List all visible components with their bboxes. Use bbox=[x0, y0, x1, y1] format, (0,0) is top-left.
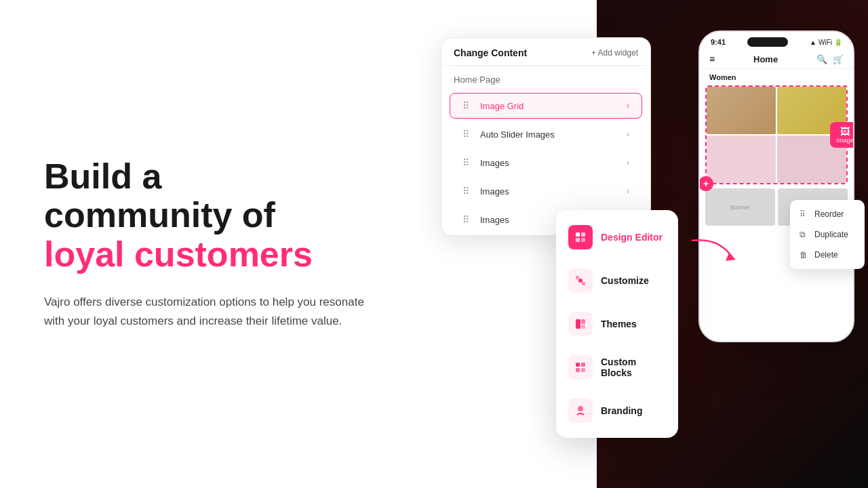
phone-status-bar: 9:41 ▲WiFi🔋 bbox=[700, 32, 853, 49]
cms-item-label: Auto Slider Images bbox=[480, 129, 555, 140]
svg-rect-6 bbox=[582, 282, 585, 285]
cms-item-images-2[interactable]: ⠿ Images › bbox=[450, 178, 642, 204]
grid-icon: ⠿ bbox=[462, 186, 473, 197]
svg-point-14 bbox=[578, 406, 583, 411]
svg-rect-3 bbox=[581, 238, 585, 242]
cms-item-auto-slider[interactable]: ⠿ Auto Slider Images › bbox=[450, 121, 642, 147]
context-item-duplicate-label: Duplicate bbox=[814, 230, 848, 239]
cms-item-label: Images bbox=[480, 158, 509, 168]
phone-nav-title: Home bbox=[753, 54, 778, 64]
left-section: Build a community of loyal customers Vaj… bbox=[0, 0, 420, 488]
curved-arrow bbox=[685, 234, 739, 274]
context-item-reorder[interactable]: ⠿ Reorder bbox=[790, 204, 865, 224]
branding-icon bbox=[574, 404, 587, 418]
cms-item-left: ⠿ Image Grid bbox=[462, 100, 524, 111]
svg-rect-8 bbox=[581, 319, 585, 324]
chevron-right-icon: › bbox=[627, 129, 629, 139]
phone-status-icons: ▲WiFi🔋 bbox=[810, 39, 842, 46]
menu-item-custom-blocks[interactable]: Custom Blocks bbox=[556, 346, 678, 389]
cms-item-left: ⠿ Images bbox=[462, 157, 509, 168]
themes-icon bbox=[574, 317, 587, 331]
chevron-right-icon: › bbox=[627, 158, 629, 167]
cms-header: Change Content + Add widget bbox=[441, 38, 650, 66]
svg-rect-13 bbox=[581, 368, 585, 372]
cms-panel: Change Content + Add widget Home Page ⠿ … bbox=[441, 37, 651, 236]
right-section: Change Content + Add widget Home Page ⠿ … bbox=[420, 0, 868, 488]
duplicate-icon: ⧉ bbox=[800, 230, 809, 239]
delete-icon: 🗑 bbox=[800, 250, 809, 260]
menu-item-branding[interactable]: Branding bbox=[556, 389, 678, 432]
phone-frame: 9:41 ▲WiFi🔋 ≡ Home 🔍 🛒 Women + 🖼 bbox=[698, 30, 854, 342]
menu-icon: ≡ bbox=[709, 54, 715, 64]
chevron-right-icon: › bbox=[627, 101, 629, 110]
phone-plus-icon: + bbox=[698, 176, 713, 191]
menu-item-design-editor[interactable]: Design Editor bbox=[556, 216, 678, 259]
grid-icon: ⠿ bbox=[462, 129, 473, 140]
image-button-label: Image bbox=[836, 137, 853, 144]
design-editor-icon bbox=[574, 230, 587, 244]
svg-rect-0 bbox=[576, 232, 580, 237]
svg-point-4 bbox=[578, 279, 583, 283]
design-editor-icon-wrapper bbox=[568, 225, 593, 249]
menu-item-themes-label: Themes bbox=[601, 319, 637, 329]
phone-category: Women bbox=[700, 69, 853, 85]
cms-item-image-grid[interactable]: ⠿ Image Grid › bbox=[450, 93, 642, 119]
phone-time: 9:41 bbox=[711, 38, 726, 46]
grid-icon: ⠿ bbox=[462, 100, 473, 111]
phone-notch bbox=[747, 37, 788, 47]
reorder-icon: ⠿ bbox=[800, 209, 809, 219]
themes-icon-wrapper bbox=[568, 312, 593, 336]
grid-icon: ⠿ bbox=[462, 157, 473, 168]
svg-rect-2 bbox=[576, 238, 580, 242]
menu-item-themes[interactable]: Themes bbox=[556, 302, 678, 346]
menu-item-customize-label: Customize bbox=[601, 275, 649, 286]
cart-icon: 🛒 bbox=[833, 54, 844, 64]
context-item-duplicate[interactable]: ⧉ Duplicate bbox=[790, 224, 865, 245]
svg-rect-9 bbox=[581, 325, 585, 329]
cms-item-left: ⠿ Auto Slider Images bbox=[462, 129, 555, 140]
custom-blocks-icon bbox=[574, 361, 587, 374]
customize-icon-wrapper bbox=[568, 268, 593, 293]
grid-icon: ⠿ bbox=[462, 214, 473, 225]
svg-rect-1 bbox=[581, 232, 585, 237]
customize-icon bbox=[574, 274, 587, 287]
image-icon: 🖼 bbox=[835, 126, 854, 137]
context-item-delete[interactable]: 🗑 Delete bbox=[790, 245, 865, 265]
custom-blocks-icon-wrapper bbox=[568, 355, 593, 380]
cms-item-label: Images bbox=[480, 186, 509, 197]
phone-nav-icons: 🔍 🛒 bbox=[816, 54, 844, 64]
phone-image-button[interactable]: 🖼 Image bbox=[830, 122, 854, 148]
cms-item-images-1[interactable]: ⠿ Images › bbox=[450, 150, 642, 176]
menu-item-customize[interactable]: Customize bbox=[556, 259, 678, 302]
cms-item-label: Image Grid bbox=[480, 101, 524, 111]
svg-rect-10 bbox=[576, 363, 580, 367]
headline-line2: community of bbox=[44, 196, 380, 235]
cms-section-label: Home Page bbox=[441, 66, 650, 90]
svg-rect-12 bbox=[576, 368, 580, 372]
branding-icon-wrapper bbox=[568, 399, 593, 423]
menu-item-design-editor-label: Design Editor bbox=[601, 232, 663, 243]
floating-menu: Design Editor Customize Th bbox=[556, 210, 678, 438]
search-icon: 🔍 bbox=[816, 54, 827, 64]
cms-item-left: ⠿ Images bbox=[462, 186, 509, 197]
cms-item-label: Images bbox=[480, 215, 509, 225]
menu-item-custom-blocks-label: Custom Blocks bbox=[601, 357, 666, 378]
svg-rect-5 bbox=[576, 276, 579, 279]
context-menu: ⠿ Reorder ⧉ Duplicate 🗑 Delete bbox=[790, 200, 865, 269]
description-text: Vajro offers diverse customization optio… bbox=[44, 293, 376, 331]
add-widget-button[interactable]: + Add widget bbox=[591, 48, 638, 58]
headline-pink: loyal customers bbox=[44, 235, 380, 274]
phone-image-grid: + 🖼 Image bbox=[705, 85, 848, 184]
svg-rect-7 bbox=[576, 319, 580, 329]
headline-line1: Build a bbox=[44, 157, 380, 196]
phone-banner-left: Banner bbox=[705, 188, 775, 226]
menu-item-branding-label: Branding bbox=[601, 405, 642, 416]
phone-image-pink1 bbox=[707, 136, 776, 183]
cms-header-title: Change Content bbox=[454, 47, 527, 58]
context-item-delete-label: Delete bbox=[814, 250, 838, 260]
context-item-reorder-label: Reorder bbox=[814, 209, 844, 219]
svg-rect-11 bbox=[581, 363, 585, 367]
cms-item-left: ⠿ Images bbox=[462, 214, 509, 225]
chevron-right-icon: › bbox=[627, 186, 629, 196]
phone-navbar: ≡ Home 🔍 🛒 bbox=[700, 49, 853, 69]
